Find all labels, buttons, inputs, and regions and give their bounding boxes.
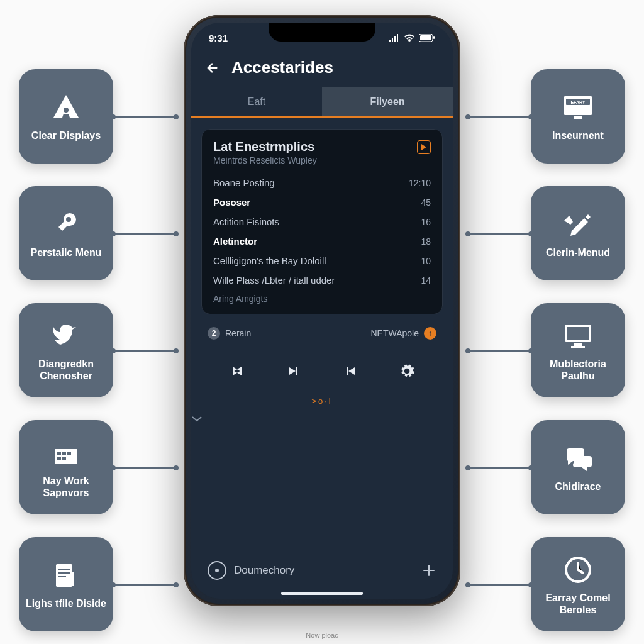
feature-tile-lighs-tfile[interactable]: Lighs tfile Diside [19, 537, 113, 631]
card-play-button[interactable] [417, 140, 431, 154]
svg-point-4 [64, 108, 69, 113]
feature-tile-inseurnent[interactable]: EFARY Inseurnent [531, 69, 625, 164]
tile-label: Diangredkn Chenosher [19, 358, 113, 382]
svg-rect-19 [567, 327, 589, 340]
connector [468, 467, 531, 469]
next-icon [343, 364, 358, 379]
expand-button[interactable] [191, 412, 453, 426]
badge-count-icon: 2 [208, 327, 220, 340]
row-label: Wille Plass /Lbter / itall udder [213, 275, 335, 286]
connector [113, 350, 176, 352]
svg-rect-12 [56, 564, 72, 587]
card-title: Lat Enestrmplics [213, 140, 314, 154]
list-item[interactable]: Actition Fisinots 16 [213, 212, 431, 231]
phone-frame: 9:31 Accestarides Eaft Filyeen Lat Enest… [184, 15, 460, 606]
gear-icon [399, 363, 415, 379]
feature-tile-perstailc-menu[interactable]: Perstailc Menu [19, 186, 113, 280]
skip-previous-icon [228, 362, 246, 380]
tile-label: Chidirace [549, 480, 608, 492]
row-value: 18 [421, 236, 431, 247]
monitor-icon [561, 319, 595, 353]
calendar-icon [49, 436, 83, 470]
svg-rect-8 [62, 452, 66, 455]
home-indicator[interactable] [281, 592, 363, 595]
next-button[interactable] [339, 360, 362, 382]
add-button[interactable] [421, 563, 436, 578]
arrow-left-icon [206, 61, 219, 75]
svg-rect-13 [71, 572, 74, 586]
connector [113, 116, 176, 118]
previous-button[interactable] [282, 360, 305, 382]
connector [468, 116, 531, 118]
status-left-label: Rerain [225, 328, 251, 338]
list-item[interactable]: Pososer 45 [213, 192, 431, 212]
row-label: Cellligigon's the Bay Doloill [213, 255, 326, 266]
feature-tile-chidirace[interactable]: Chidirace [531, 420, 625, 514]
back-button[interactable] [204, 59, 221, 77]
bottom-label: Doumechory [234, 564, 294, 577]
list-item[interactable]: Aletinctor 18 [213, 231, 431, 251]
tile-label: Lighs tfile Diside [19, 597, 113, 609]
svg-rect-21 [571, 346, 585, 348]
chevron-down-icon [191, 416, 203, 422]
connector [468, 233, 531, 235]
svg-rect-9 [67, 452, 71, 455]
svg-rect-7 [57, 452, 61, 455]
tile-label: Perstailc Menu [25, 247, 108, 258]
play-icon [421, 144, 426, 150]
bird-icon [49, 319, 83, 353]
content-card: Lat Enestrmplics Meintrds Reselicts Wupl… [201, 129, 443, 314]
page-title: Accestarides [231, 58, 333, 77]
status-row: 2 Rerain NETWApole ↑ [191, 321, 453, 346]
plug-icon [49, 208, 83, 242]
clock-icon [561, 553, 595, 587]
feature-tile-nay-work[interactable]: Nay Work Sapnvors [19, 420, 113, 514]
tile-label: Mublectoria Paulhu [531, 358, 625, 382]
tool-icon [561, 208, 595, 242]
warning-person-icon [49, 91, 83, 125]
connector [113, 467, 176, 469]
app-header: Accestarides [191, 53, 453, 87]
tile-label: Clear Displays [25, 130, 107, 142]
tab-eaft[interactable]: Eaft [191, 87, 322, 116]
list-item[interactable]: Wille Plass /Lbter / itall udder 14 [213, 270, 431, 290]
svg-rect-1 [420, 35, 431, 40]
phone-screen: 9:31 Accestarides Eaft Filyeen Lat Enest… [191, 23, 453, 599]
svg-rect-20 [574, 343, 582, 346]
row-label: Actition Fisinots [213, 216, 279, 227]
monitor-badge-icon: EFARY [561, 91, 595, 125]
feature-tile-earray-comel[interactable]: Earray Comel Beroles [531, 537, 625, 631]
row-value: 12:10 [409, 178, 431, 188]
chat-icon [561, 441, 595, 475]
row-value: 16 [421, 217, 431, 227]
svg-rect-17 [574, 116, 582, 119]
list-item[interactable]: Boane Posting 12:10 [213, 173, 431, 192]
bottom-collection-button[interactable]: Doumechory [208, 561, 294, 580]
svg-text:EFARY: EFARY [570, 100, 585, 104]
settings-button[interactable] [396, 360, 418, 382]
skip-start-button[interactable] [226, 360, 248, 382]
feature-tile-diangredkn[interactable]: Diangredkn Chenosher [19, 303, 113, 397]
feature-tile-clerin-menud[interactable]: Clerin-Menud [531, 186, 625, 280]
scrub-indicator[interactable]: >o·l [191, 396, 453, 412]
status-time: 9:31 [209, 33, 228, 43]
card-subtitle: Meintrds Reselicts Wupley [213, 155, 431, 165]
card-extra-text: Aring Amgigts [213, 294, 431, 304]
connector [113, 584, 176, 586]
status-left[interactable]: 2 Rerain [208, 327, 251, 340]
row-label: Aletinctor [213, 236, 257, 247]
row-label: Boane Posting [213, 177, 275, 188]
wifi-icon [404, 34, 415, 42]
svg-rect-2 [433, 36, 435, 39]
row-label: Pososer [213, 197, 250, 208]
connector [468, 584, 531, 586]
feature-tile-mublectoria[interactable]: Mublectoria Paulhu [531, 303, 625, 397]
feature-tile-clear-displays[interactable]: Clear Displays [19, 69, 113, 164]
svg-rect-11 [62, 457, 66, 460]
list-item[interactable]: Cellligigon's the Bay Doloill 10 [213, 251, 431, 270]
status-right[interactable]: NETWApole ↑ [370, 327, 436, 340]
notch [269, 23, 375, 42]
signal-icon [389, 34, 400, 42]
tile-label: Inseurnent [546, 130, 610, 142]
tab-filyeen[interactable]: Filyeen [322, 87, 453, 116]
